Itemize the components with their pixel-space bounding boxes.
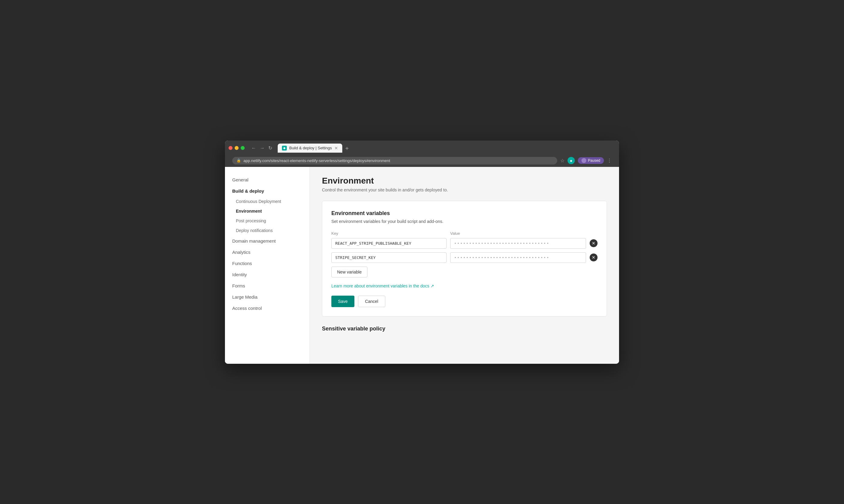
tab-title: Build & deploy | Settings (289, 146, 332, 150)
save-button[interactable]: Save (331, 295, 355, 307)
env-vars-card: Environment variables Set environment va… (322, 201, 607, 317)
sidebar-item-functions[interactable]: Functions (225, 258, 310, 269)
env-delete-button-2[interactable]: ✕ (590, 253, 598, 262)
main-area: Environment Control the environment your… (310, 167, 619, 364)
sidebar-item-post-processing[interactable]: Post processing (225, 216, 310, 226)
env-key-input-2[interactable] (331, 252, 447, 263)
paused-label: Paused (588, 158, 600, 163)
env-col-headers: Key Value (331, 231, 598, 236)
env-vars-title: Environment variables (331, 210, 598, 217)
env-delete-button-1[interactable]: ✕ (590, 239, 598, 247)
traffic-light-minimize[interactable] (235, 146, 239, 150)
sidebar-item-deploy-notifications[interactable]: Deploy notifications (225, 226, 310, 235)
reload-button[interactable]: ↻ (267, 144, 273, 151)
sidebar-item-environment[interactable]: Environment (225, 206, 310, 216)
sidebar-item-continuous-deployment[interactable]: Continuous Deployment (225, 197, 310, 206)
sidebar-item-identity[interactable]: Identity (225, 269, 310, 280)
paused-badge[interactable]: Paused (578, 157, 604, 164)
env-vars-description: Set environment variables for your build… (331, 219, 598, 224)
forward-button[interactable]: → (259, 144, 266, 151)
page-subtitle: Control the environment your site builds… (322, 187, 607, 192)
bookmark-icon[interactable]: ☆ (560, 158, 565, 164)
env-var-row-1: ✕ (331, 238, 598, 249)
new-variable-button[interactable]: New variable (331, 267, 367, 277)
address-text: app.netlify.com/sites/react-elements-net… (243, 158, 390, 163)
sidebar-item-large-media[interactable]: Large Media (225, 291, 310, 303)
env-value-input-2[interactable] (450, 252, 586, 263)
traffic-lights (228, 146, 245, 150)
env-var-row-2: ✕ (331, 252, 598, 263)
page-title: Environment (322, 176, 607, 186)
tab-close-button[interactable]: ✕ (334, 146, 338, 150)
active-tab[interactable]: ◆ Build & deploy | Settings ✕ (278, 144, 342, 152)
sidebar: General Build & deploy Continuous Deploy… (225, 167, 310, 364)
sidebar-item-build-deploy[interactable]: Build & deploy (225, 185, 310, 197)
netlify-extension-icon[interactable]: ◆ (568, 157, 575, 164)
env-value-input-1[interactable] (450, 238, 586, 249)
traffic-light-close[interactable] (228, 146, 232, 150)
tab-bar: ◆ Build & deploy | Settings ✕ + (278, 144, 351, 152)
sidebar-item-analytics[interactable]: Analytics (225, 247, 310, 258)
address-bar: 🔒 app.netlify.com/sites/react-elements-n… (228, 155, 616, 167)
sidebar-item-general[interactable]: General (225, 174, 310, 185)
traffic-light-maximize[interactable] (241, 146, 245, 150)
browser-window: ← → ↻ ◆ Build & deploy | Settings ✕ + 🔒 … (225, 141, 619, 364)
back-button[interactable]: ← (250, 144, 257, 151)
lock-icon: 🔒 (237, 158, 241, 163)
browser-controls: ← → ↻ ◆ Build & deploy | Settings ✕ + (228, 144, 616, 152)
page-content: General Build & deploy Continuous Deploy… (225, 167, 619, 364)
col-key-header: Key (331, 231, 447, 236)
address-right-icons: ☆ ◆ Paused ⋮ (560, 157, 612, 164)
nav-buttons: ← → ↻ (250, 144, 273, 151)
address-input-container[interactable]: 🔒 app.netlify.com/sites/react-elements-n… (232, 157, 557, 164)
sensitive-variable-section: Sensitive variable policy (322, 323, 607, 332)
learn-more-link[interactable]: Learn more about environment variables i… (331, 284, 598, 288)
sidebar-item-domain-management[interactable]: Domain management (225, 235, 310, 247)
paused-avatar (582, 158, 586, 163)
col-value-header: Value (450, 231, 598, 236)
cancel-button[interactable]: Cancel (358, 295, 385, 307)
action-buttons: Save Cancel (331, 295, 598, 307)
sensitive-section-title: Sensitive variable policy (322, 323, 607, 332)
sidebar-item-forms[interactable]: Forms (225, 280, 310, 291)
sidebar-item-access-control[interactable]: Access control (225, 303, 310, 314)
netlify-tab-icon: ◆ (282, 146, 287, 150)
env-key-input-1[interactable] (331, 238, 447, 249)
new-tab-button[interactable]: + (343, 145, 351, 152)
browser-chrome: ← → ↻ ◆ Build & deploy | Settings ✕ + 🔒 … (225, 141, 619, 167)
more-options-icon[interactable]: ⋮ (607, 158, 612, 164)
